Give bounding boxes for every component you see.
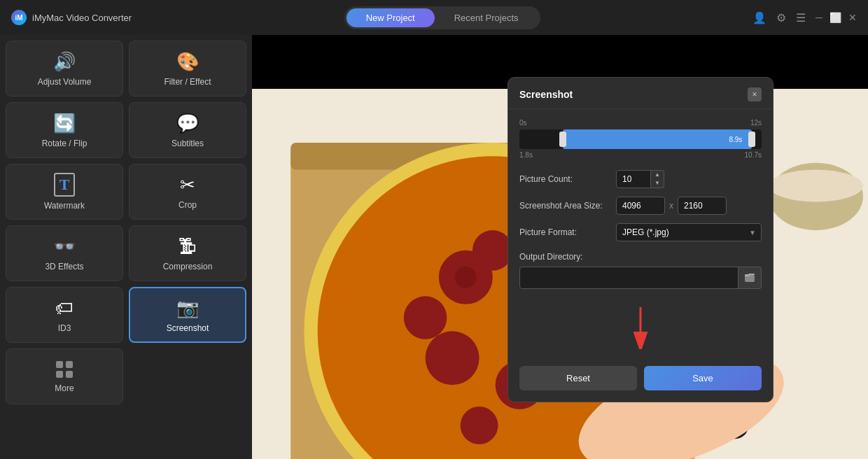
- picture-count-row: Picture Count: ▲ ▼: [519, 170, 762, 188]
- timeline-end-label: 12s: [750, 119, 762, 127]
- tool-more-label: More: [55, 383, 74, 393]
- svg-point-17: [472, 230, 513, 271]
- close-button[interactable]: ✕: [848, 12, 857, 23]
- minimize-button[interactable]: ─: [816, 12, 822, 23]
- timeline-start-label: 0s: [519, 119, 527, 127]
- count-down-arrow[interactable]: ▼: [651, 179, 664, 188]
- tool-filter-effect-label: Filter / Effect: [164, 77, 211, 87]
- picture-format-select-wrapper: JPEG (*.jpg) PNG (*.png) BMP (*.bmp) ▼: [616, 223, 762, 241]
- height-input[interactable]: [678, 197, 727, 215]
- screenshot-icon: 📷: [176, 297, 199, 319]
- timeline-track[interactable]: 8.9s: [519, 129, 762, 149]
- more-grid-icon: [55, 360, 74, 379]
- timeline-sublabels: 1.8s 10.7s: [519, 151, 762, 159]
- watermark-icon: T: [54, 173, 76, 197]
- svg-rect-1: [66, 361, 73, 368]
- id3-icon: 🏷: [55, 297, 74, 319]
- tab-new-project[interactable]: New Project: [346, 8, 435, 27]
- titlebar: iM iMyMac Video Converter New Project Re…: [0, 0, 868, 35]
- titlebar-left: iM iMyMac Video Converter: [11, 10, 132, 25]
- dialog-header: Screenshot ×: [508, 78, 773, 109]
- timeline-labels: 0s 12s: [519, 119, 762, 127]
- svg-point-16: [404, 296, 447, 339]
- dialog-body: 0s 12s 8.9s 1.8s 10.7s: [508, 109, 773, 366]
- picture-count-wrapper: ▲ ▼: [616, 170, 664, 188]
- dialog-close-button[interactable]: ×: [748, 87, 762, 101]
- tool-watermark-label: Watermark: [44, 201, 85, 211]
- timeline-container: 0s 12s 8.9s 1.8s 10.7s: [519, 119, 762, 159]
- reset-button[interactable]: Reset: [519, 366, 637, 390]
- tool-subtitles[interactable]: 💬 Subtitles: [129, 102, 246, 158]
- width-input[interactable]: [616, 197, 665, 215]
- tool-3d-effects-label: 3D Effects: [45, 262, 83, 271]
- left-panel: 🔊 Adjust Volume 🎨 Filter / Effect 🔄 Rota…: [0, 35, 252, 459]
- tool-rotate-flip[interactable]: 🔄 Rotate / Flip: [6, 102, 123, 158]
- output-directory-label: Output Directory:: [519, 252, 583, 262]
- tab-recent-projects[interactable]: Recent Projects: [435, 8, 538, 27]
- arrow-section: [519, 295, 762, 356]
- tool-rotate-flip-label: Rotate / Flip: [42, 139, 88, 148]
- screenshot-dialog: Screenshot × 0s 12s 8.9s: [507, 77, 774, 402]
- app-logo: iM: [11, 10, 27, 25]
- adjust-volume-icon: 🔊: [53, 51, 76, 73]
- tab-bar: New Project Recent Projects: [344, 6, 540, 29]
- timeline-handle-right[interactable]: [748, 132, 755, 147]
- gear-icon[interactable]: ⚙: [776, 11, 786, 24]
- tool-more[interactable]: More: [6, 348, 123, 404]
- tool-screenshot[interactable]: 📷 Screenshot: [129, 287, 246, 343]
- tool-watermark[interactable]: T Watermark: [6, 164, 123, 220]
- svg-point-21: [455, 267, 477, 288]
- main-area: 🔊 Adjust Volume 🎨 Filter / Effect 🔄 Rota…: [0, 35, 868, 459]
- person-icon[interactable]: 👤: [752, 11, 766, 24]
- filter-effect-icon: 🎨: [176, 51, 199, 73]
- screenshot-area-row: Screenshot Area Size: x: [519, 197, 762, 215]
- svg-point-20: [461, 407, 498, 444]
- picture-count-input[interactable]: [616, 170, 651, 188]
- tool-id3[interactable]: 🏷 ID3: [6, 287, 123, 343]
- output-directory-input[interactable]: [519, 267, 738, 289]
- output-directory-row: [519, 267, 762, 289]
- subtitles-icon: 💬: [176, 113, 199, 134]
- svg-point-30: [769, 169, 863, 202]
- dialog-title: Screenshot: [519, 89, 573, 100]
- tool-screenshot-label: Screenshot: [167, 323, 209, 333]
- tool-crop-label: Crop: [178, 200, 197, 210]
- app-title: iMyMac Video Converter: [32, 13, 132, 23]
- picture-count-label: Picture Count:: [519, 174, 610, 184]
- picture-format-select[interactable]: JPEG (*.jpg) PNG (*.png) BMP (*.bmp): [616, 223, 762, 241]
- crop-icon: ✂: [180, 174, 195, 196]
- tool-adjust-volume[interactable]: 🔊 Adjust Volume: [6, 41, 123, 97]
- save-button[interactable]: Save: [644, 366, 762, 390]
- browse-button[interactable]: [738, 267, 762, 289]
- tool-filter-effect[interactable]: 🎨 Filter / Effect: [129, 41, 246, 97]
- timeline-sub-right: 10.7s: [745, 151, 762, 159]
- svg-rect-3: [66, 371, 73, 378]
- tool-subtitles-label: Subtitles: [172, 139, 204, 148]
- down-arrow-icon: [626, 307, 654, 349]
- count-up-arrow[interactable]: ▲: [651, 171, 664, 179]
- tool-adjust-volume-label: Adjust Volume: [38, 77, 92, 87]
- size-inputs: x: [616, 197, 727, 215]
- tool-id3-label: ID3: [58, 323, 71, 333]
- count-arrows: ▲ ▼: [651, 170, 664, 188]
- folder-icon: [744, 272, 755, 283]
- timeline-sub-left: 1.8s: [519, 151, 533, 159]
- tool-3d-effects[interactable]: 👓 3D Effects: [6, 225, 123, 281]
- maximize-button[interactable]: ⬜: [830, 12, 841, 23]
- svg-point-14: [426, 331, 479, 385]
- tool-crop[interactable]: ✂ Crop: [129, 164, 246, 220]
- size-x-label: x: [669, 201, 673, 211]
- screenshot-area-label: Screenshot Area Size:: [519, 201, 610, 211]
- right-area: Screenshot × 0s 12s 8.9s: [252, 35, 868, 459]
- timeline-fill-label: 8.9s: [729, 136, 742, 143]
- timeline-handle-left[interactable]: [559, 132, 566, 147]
- svg-rect-0: [56, 361, 63, 368]
- tool-compression[interactable]: 🗜 Compression: [129, 225, 246, 281]
- titlebar-right: 👤 ⚙ ☰ ─ ⬜ ✕: [752, 11, 857, 24]
- picture-format-label: Picture Format:: [519, 227, 610, 237]
- window-controls: ─ ⬜ ✕: [816, 12, 857, 23]
- tool-compression-label: Compression: [163, 262, 213, 271]
- menu-icon[interactable]: ☰: [796, 11, 806, 24]
- 3d-effects-icon: 👓: [53, 236, 76, 257]
- rotate-flip-icon: 🔄: [53, 113, 76, 134]
